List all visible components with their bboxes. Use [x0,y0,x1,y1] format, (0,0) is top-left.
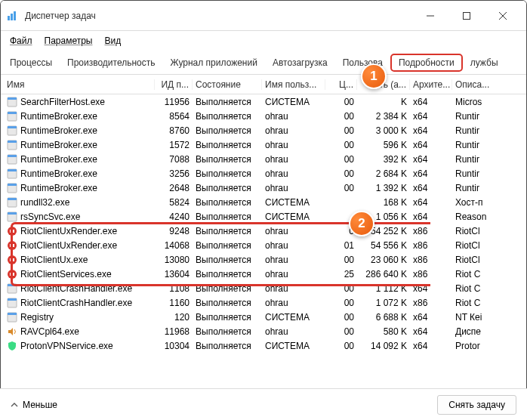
cell-user: ohrau [262,168,325,179]
minimize-button[interactable] [413,4,448,28]
table-row[interactable]: RuntimeBroker.exe1572Выполняетсяohrau005… [1,137,526,152]
tab-services[interactable]: лужбы [463,53,506,73]
table-row[interactable]: RuntimeBroker.exe7088Выполняетсяohrau003… [1,152,526,166]
table-row[interactable]: RiotClientServices.exe13604Выполняетсяoh… [1,267,526,281]
table-row[interactable]: RuntimeBroker.exe8564Выполняетсяohrau002… [1,109,526,123]
close-button[interactable] [485,4,520,28]
cell-mem: 2 384 K [357,111,410,122]
svg-rect-0 [8,16,10,20]
menubar: Файл Параметры Вид [1,31,526,51]
table-row[interactable]: RiotClientUxRender.exe9248Выполняетсяohr… [1,224,526,238]
tab-performance[interactable]: Производительность [60,53,162,73]
cell-cpu: 00 [325,111,357,122]
svg-rect-32 [10,273,14,276]
cell-user: ohrau [262,125,325,136]
fewer-button[interactable]: Меньше [11,400,57,410]
table-row[interactable]: RiotClientCrashHandler.exe1108Выполняетс… [1,281,526,295]
menu-options[interactable]: Параметры [39,32,99,49]
svg-rect-16 [8,155,17,157]
cell-arch: x86 [410,255,452,265]
cell-pid: 14068 [155,240,193,251]
table-row[interactable]: RuntimeBroker.exe2648Выполняетсяohrau001… [1,181,526,195]
cell-pid: 13604 [155,269,193,279]
col-arch[interactable]: Архите... [410,79,452,90]
cell-user: СИСТЕМА [262,212,325,222]
cell-cpu: 00 [325,341,357,351]
table-row[interactable]: rundll32.exe5824ВыполняетсяСИСТЕМА168 Kx… [1,195,526,209]
svg-rect-36 [8,298,17,301]
cell-user: ohrau [262,240,325,251]
tab-startup[interactable]: Автозагрузка [265,53,335,73]
svg-rect-4 [464,12,470,19]
cell-mem: 286 640 K [357,269,410,279]
cell-desc: Runtir [452,183,526,193]
col-desc[interactable]: Описа... [452,79,526,90]
maximize-button[interactable] [449,4,484,28]
cell-name: RiotClientServices.exe [4,269,155,279]
table-row[interactable]: RuntimeBroker.exe8760Выполняетсяohrau003… [1,123,526,137]
cell-status: Выполняется [193,197,262,208]
cell-arch: x64 [410,326,452,337]
cell-pid: 8564 [155,111,193,122]
cell-cpu: 00 [325,168,357,179]
cell-status: Выполняется [193,312,262,323]
cell-desc: NT Кеi [452,312,526,323]
cell-arch: x86 [410,226,452,236]
tab-processes[interactable]: Процессы [2,53,60,73]
cell-pid: 13080 [155,255,193,265]
menu-file[interactable]: Файл [4,32,39,49]
svg-rect-28 [10,244,14,247]
cell-status: Выполняется [193,97,262,107]
cell-status: Выполняется [193,326,262,337]
cell-name: RiotClientUxRender.exe [4,240,155,251]
cell-desc: Хост-п [452,197,526,208]
cell-name: RuntimeBroker.exe [4,183,155,193]
cell-arch: x64 [410,212,452,222]
table-row[interactable]: rsSyncSvc.exe4240ВыполняетсяСИСТЕМА1 056… [1,209,526,224]
tab-apphistory[interactable]: Журнал приложений [163,53,265,73]
callout-badge-1: 1 [361,63,387,89]
callout-badge-2: 2 [349,211,374,236]
grid-header: Имя ИД п... Состояние Имя польз... Ц... … [1,75,526,94]
cell-status: Выполняется [193,269,262,279]
window-title: Диспетчер задач [25,11,413,21]
cell-mem: 2 684 K [357,168,410,179]
table-row[interactable]: SearchFilterHost.exe11956ВыполняетсяСИСТ… [1,94,526,109]
cell-desc: Protor [452,341,526,351]
table-row[interactable]: RiotClientCrashHandler.exe1160Выполняетс… [1,295,526,310]
col-cpu[interactable]: Ц... [325,79,357,90]
table-row[interactable]: RiotClientUxRender.exe14068Выполняетсяoh… [1,238,526,252]
cell-arch: x64 [410,341,452,351]
cell-pid: 3256 [155,168,193,179]
footer: Меньше Снять задачу [0,388,527,420]
table-row[interactable]: RAVCpl64.exe11968Выполняетсяohrau00580 K… [1,324,526,338]
tab-details[interactable]: Подробности [390,54,463,72]
table-row[interactable]: ProtonVPNService.exe10304ВыполняетсяСИСТ… [1,338,526,353]
cell-pid: 11968 [155,326,193,337]
cell-name: RiotClientCrashHandler.exe [4,298,155,308]
table-row[interactable]: Registry120ВыполняетсяСИСТЕМА006 688 Kx6… [1,310,526,324]
cell-desc: Runtir [452,125,526,136]
col-status[interactable]: Состояние [193,79,262,90]
cell-status: Выполняется [193,283,262,294]
cell-user: ohrau [262,140,325,150]
tabs: Процессы Производительность Журнал прило… [1,51,526,75]
table-row[interactable]: RuntimeBroker.exe3256Выполняетсяohrau002… [1,166,526,181]
cell-user: ohrau [262,298,325,308]
cell-mem: 14 092 K [357,341,410,351]
menu-view[interactable]: Вид [98,32,127,49]
cell-pid: 1160 [155,298,193,308]
cell-status: Выполняется [193,183,262,193]
table-row[interactable]: RiotClientUx.exe13080Выполняетсяohrau002… [1,252,526,267]
cell-user: ohrau [262,255,325,265]
cell-name: RuntimeBroker.exe [4,168,155,179]
cell-user: ohrau [262,154,325,165]
cell-pid: 9248 [155,226,193,236]
cell-desc: Runtir [452,140,526,150]
end-task-button[interactable]: Снять задачу [437,395,516,415]
cell-name: rundll32.exe [4,197,155,208]
col-name[interactable]: Имя [4,79,155,90]
col-user[interactable]: Имя польз... [262,79,325,90]
cell-arch: x64 [410,312,452,323]
col-pid[interactable]: ИД п... [155,79,193,90]
